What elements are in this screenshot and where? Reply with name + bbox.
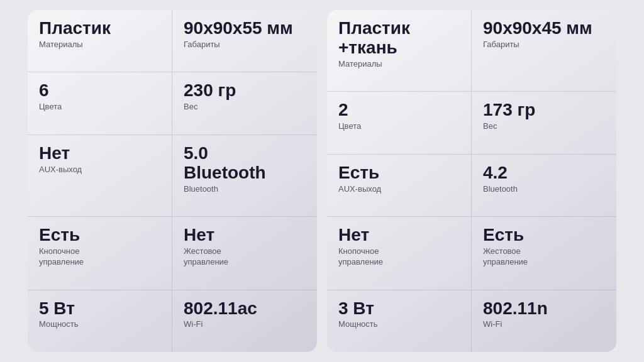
spec-cell: 2Цвета xyxy=(327,92,472,154)
spec-value: 6 xyxy=(39,81,160,101)
spec-cell: ЕстьЖестовое управление xyxy=(472,217,616,290)
spec-cell: НетAUX-выход xyxy=(28,135,172,217)
spec-label: Bluetooth xyxy=(184,184,306,195)
spec-cell: НетКнопочное управление xyxy=(327,217,472,290)
spec-value: 90х90х55 мм xyxy=(184,19,306,38)
spec-label: Габариты xyxy=(483,40,605,50)
spec-label: Вес xyxy=(483,121,605,132)
spec-cell: 90х90х45 ммГабариты xyxy=(472,10,616,92)
spec-value: 230 гр xyxy=(184,81,306,101)
spec-label: Материалы xyxy=(338,59,460,70)
spec-cell: Пластик +тканьМатериалы xyxy=(327,10,472,92)
spec-cell: ЕстьКнопочное управление xyxy=(28,217,172,290)
spec-grid-0: ПластикМатериалы90х90х55 ммГабариты6Цвет… xyxy=(28,10,317,352)
spec-label: Мощность xyxy=(39,319,160,330)
spec-cell: 6Цвета xyxy=(28,72,172,134)
spec-cell: НетЖестовое управление xyxy=(172,217,317,290)
spec-cell: 5 ВтМощность xyxy=(28,290,172,352)
spec-cell: 173 грВес xyxy=(472,92,616,154)
spec-value: 4.2 xyxy=(483,163,605,183)
card-right: Пластик +тканьМатериалы90х90х45 ммГабари… xyxy=(327,10,616,352)
spec-cell: 802.11acWi-Fi xyxy=(172,290,317,352)
spec-cell: ПластикМатериалы xyxy=(28,10,172,72)
spec-value: 5 Вт xyxy=(39,299,160,319)
spec-label: AUX-выход xyxy=(39,165,160,175)
spec-cell: 5.0 BluetoothBluetooth xyxy=(172,135,317,217)
spec-cell: ЕстьAUX-выход xyxy=(327,155,472,217)
spec-value: Есть xyxy=(338,163,460,183)
spec-label: Wi-Fi xyxy=(483,319,605,330)
spec-label: Кнопочное управление xyxy=(39,246,160,268)
spec-label: Цвета xyxy=(39,102,160,112)
spec-label: Габариты xyxy=(184,40,306,50)
spec-value: 90х90х45 мм xyxy=(483,19,605,38)
spec-value: Есть xyxy=(483,226,605,245)
spec-label: Цвета xyxy=(338,121,460,132)
spec-cell: 4.2Bluetooth xyxy=(472,155,616,217)
spec-label: Вес xyxy=(184,102,306,112)
spec-value: Пластик +ткань xyxy=(338,19,460,58)
spec-value: 5.0 Bluetooth xyxy=(184,144,306,183)
spec-label: Wi-Fi xyxy=(184,319,306,330)
spec-value: Есть xyxy=(39,226,160,245)
spec-cell: 90х90х55 ммГабариты xyxy=(172,10,317,72)
spec-value: Нет xyxy=(39,144,160,163)
page-wrapper: ПластикМатериалы90х90х55 ммГабариты6Цвет… xyxy=(0,0,644,362)
spec-value: 802.11n xyxy=(483,299,605,319)
spec-value: 3 Вт xyxy=(338,299,460,319)
spec-value: 802.11ac xyxy=(184,299,306,319)
spec-value: Нет xyxy=(338,226,460,245)
spec-label: Жестовое управление xyxy=(184,246,306,268)
spec-label: Bluetooth xyxy=(483,184,605,195)
spec-value: 173 гр xyxy=(483,101,605,120)
spec-label: Материалы xyxy=(39,40,160,50)
spec-cell: 3 ВтМощность xyxy=(327,290,472,352)
spec-label: Кнопочное управление xyxy=(338,246,460,268)
spec-label: Жестовое управление xyxy=(483,246,605,268)
spec-label: Мощность xyxy=(338,319,460,330)
spec-cell: 230 грВес xyxy=(172,72,317,134)
card-left: ПластикМатериалы90х90х55 ммГабариты6Цвет… xyxy=(28,10,317,352)
spec-value: 2 xyxy=(338,101,460,120)
spec-value: Пластик xyxy=(39,19,160,38)
spec-grid-1: Пластик +тканьМатериалы90х90х45 ммГабари… xyxy=(327,10,616,352)
spec-value: Нет xyxy=(184,226,306,245)
spec-label: AUX-выход xyxy=(338,184,460,195)
spec-cell: 802.11nWi-Fi xyxy=(472,290,616,352)
